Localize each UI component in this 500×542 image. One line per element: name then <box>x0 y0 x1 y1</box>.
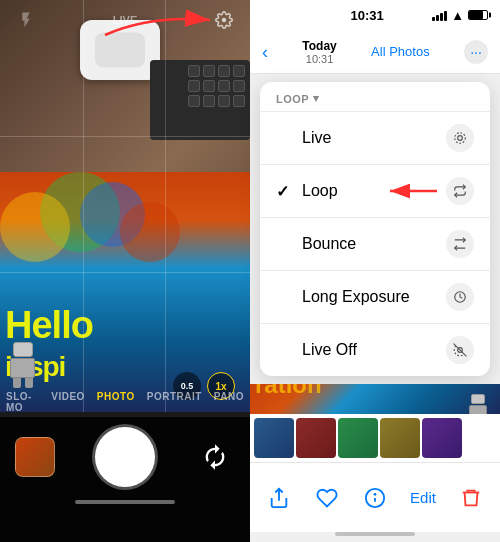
mode-video[interactable]: VIDEO <box>45 387 91 417</box>
long-exposure-label: Long Exposure <box>302 288 410 306</box>
info-button[interactable] <box>355 478 395 518</box>
camera-mode-selector: SLO-MO VIDEO PHOTO PORTRAIT PANO <box>0 387 250 417</box>
main-photo[interactable]: ration <box>250 384 500 414</box>
thumbnail-3[interactable] <box>338 418 378 458</box>
svg-point-0 <box>222 18 227 23</box>
camera-scene-keys <box>188 65 245 107</box>
camera-panel: Helloinspi LIVE 0.5 <box>0 0 250 542</box>
all-photos-button[interactable]: All Photos <box>371 44 430 59</box>
menu-item-long-exposure[interactable]: Long Exposure <box>260 271 490 323</box>
loop-checkmark: ✓ <box>276 182 292 201</box>
photos-panel: 10:31 ▲ ‹ Today 10:31 All Photos ··· <box>250 0 500 542</box>
bounce-icon <box>446 230 474 258</box>
long-exposure-checkmark <box>276 288 292 306</box>
loop-label-item: Loop <box>302 182 338 200</box>
edit-button[interactable]: Edit <box>403 478 443 518</box>
share-button[interactable] <box>259 478 299 518</box>
menu-item-live-left: Live <box>276 129 331 147</box>
photo-thumbnails <box>250 414 500 462</box>
favorite-button[interactable] <box>307 478 347 518</box>
nav-time: 10:31 <box>306 53 334 65</box>
live-off-icon <box>446 336 474 364</box>
live-icon <box>446 124 474 152</box>
camera-bottom-controls <box>0 417 250 542</box>
back-chevron-icon: ‹ <box>262 43 268 61</box>
thumbnail-1[interactable] <box>254 418 294 458</box>
mode-photo[interactable]: PHOTO <box>91 387 141 417</box>
camera-top-bar: LIVE <box>0 0 250 40</box>
delete-button[interactable] <box>451 478 491 518</box>
bounce-checkmark <box>276 235 292 253</box>
mode-pano[interactable]: PANO <box>208 387 250 417</box>
camera-controls-row <box>0 417 250 492</box>
nav-date: Today <box>302 39 336 53</box>
home-indicator <box>335 532 415 536</box>
live-off-checkmark <box>276 341 292 359</box>
wifi-icon: ▲ <box>451 8 464 23</box>
flash-icon[interactable] <box>12 6 40 34</box>
loop-icon <box>446 177 474 205</box>
live-label: Live <box>302 129 331 147</box>
thumbnail-4[interactable] <box>380 418 420 458</box>
menu-item-live[interactable]: Live <box>260 112 490 164</box>
thumbnail-5[interactable] <box>422 418 462 458</box>
settings-icon[interactable] <box>210 6 238 34</box>
bounce-label: Bounce <box>302 235 356 253</box>
menu-item-bounce-left: Bounce <box>276 235 356 253</box>
camera-robot-figure <box>5 342 40 387</box>
menu-item-loop[interactable]: ✓ Loop <box>260 165 490 217</box>
menu-item-long-exposure-left: Long Exposure <box>276 288 410 306</box>
menu-item-live-off-left: Live Off <box>276 341 357 359</box>
status-time: 10:31 <box>350 8 383 23</box>
live-checkmark <box>276 129 292 147</box>
more-options-button[interactable]: ··· <box>464 40 488 64</box>
menu-item-live-off[interactable]: Live Off <box>260 324 490 376</box>
menu-item-bounce[interactable]: Bounce <box>260 218 490 270</box>
battery-icon <box>468 10 488 20</box>
back-button[interactable]: ‹ <box>262 43 268 61</box>
status-icons: ▲ <box>432 8 488 23</box>
live-photo-menu: LOOP ▾ Live ✓ Loop <box>260 82 490 376</box>
live-indicator[interactable]: LIVE <box>111 6 139 34</box>
photo-main-view: ration <box>250 384 500 414</box>
menu-item-loop-left: ✓ Loop <box>276 182 338 201</box>
loop-label: LOOP <box>276 93 309 105</box>
svg-line-8 <box>454 344 467 357</box>
live-off-label: Live Off <box>302 341 357 359</box>
flip-camera-button[interactable] <box>195 437 235 477</box>
nav-center: Today 10:31 <box>302 39 336 65</box>
signal-icon <box>432 9 447 21</box>
bottom-toolbar: Edit <box>250 462 500 532</box>
mode-slomo[interactable]: SLO-MO <box>0 387 45 417</box>
mode-portrait[interactable]: PORTRAIT <box>141 387 208 417</box>
svg-point-2 <box>458 136 463 141</box>
svg-point-3 <box>455 133 466 144</box>
loop-red-arrow <box>382 179 442 203</box>
camera-thumbnail[interactable] <box>15 437 55 477</box>
status-bar: 10:31 ▲ <box>250 0 500 30</box>
thumbnail-2[interactable] <box>296 418 336 458</box>
nav-bar: ‹ Today 10:31 All Photos ··· <box>250 30 500 74</box>
home-indicator-camera <box>75 500 175 504</box>
dropdown-header: LOOP ▾ <box>260 82 490 111</box>
shutter-button[interactable] <box>95 427 155 487</box>
long-exposure-icon <box>446 283 474 311</box>
dropdown-chevron-icon: ▾ <box>313 92 320 105</box>
